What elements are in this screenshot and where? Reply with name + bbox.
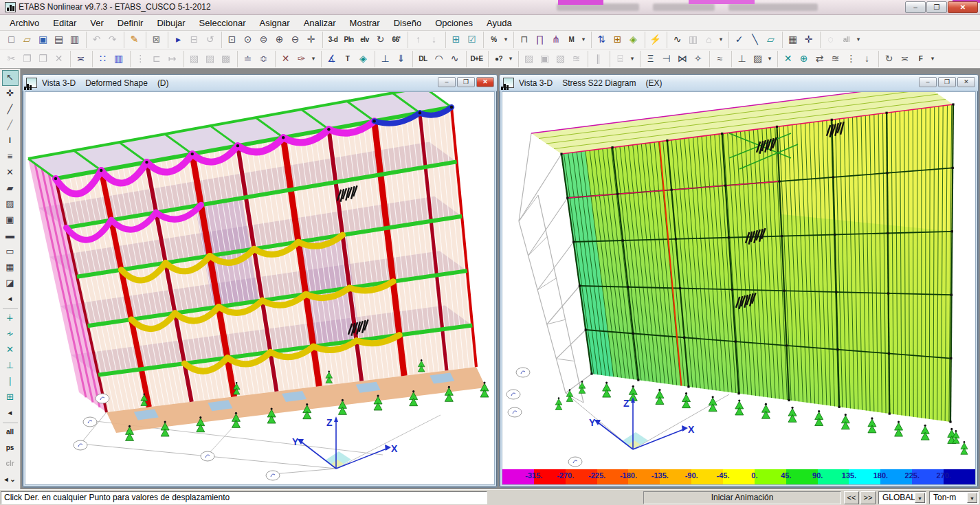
new-model-icon[interactable]: □	[3, 32, 19, 47]
more-arrows-icon[interactable]: ◂ ⌄	[2, 472, 19, 488]
restore-button[interactable]: ❐	[926, 1, 947, 13]
menu-item-mostrar[interactable]: Mostrar	[343, 16, 387, 30]
open-file-icon[interactable]: ▱	[19, 32, 35, 47]
draw-line-object-icon[interactable]: ▬	[2, 228, 19, 244]
dropdown-caret-icon[interactable]: ▼	[915, 493, 925, 503]
run-analysis-icon[interactable]: ⚡	[647, 32, 663, 47]
edit-story-data-icon[interactable]: ▥	[111, 52, 126, 67]
draw-secondary-beam-icon[interactable]: ∏	[532, 32, 548, 47]
clear-display-icon[interactable]: ✕	[278, 52, 293, 67]
previous-step-button[interactable]: <<	[844, 491, 859, 504]
show-member-forces-icon[interactable]: ▥	[685, 32, 701, 47]
draw-area-object-icon[interactable]: ◪	[2, 276, 19, 291]
close-button[interactable]: ✕	[476, 77, 494, 87]
close-button[interactable]: ✕	[957, 77, 975, 87]
align-bottom-icon[interactable]: ≎	[256, 52, 271, 67]
close-button[interactable]: ✕	[948, 1, 978, 13]
span-load-icon[interactable]: ⇓	[393, 52, 409, 67]
rubber-band-zoom-icon[interactable]: ⊡	[224, 32, 240, 47]
menu-item-opciones[interactable]: Opciones	[428, 16, 480, 30]
dropdown-caret-icon[interactable]: ▾	[766, 52, 774, 67]
rotate-view-icon[interactable]: ↻	[372, 32, 388, 47]
paste-icon[interactable]: ❒	[35, 52, 51, 67]
assign-shell-icon[interactable]: ◈	[625, 32, 641, 47]
show-grid-icon[interactable]: ▦	[785, 32, 801, 47]
quick-draw-floor-icon[interactable]: ▦	[2, 260, 19, 276]
model-viewport-stress[interactable]: ZYX -315.-270.-225.-180.-135.-90.-45.0.4…	[502, 91, 976, 485]
undo-icon[interactable]: ↶	[89, 32, 104, 47]
restore-button[interactable]: ❐	[938, 77, 956, 87]
align-top-icon[interactable]: ≐	[240, 52, 256, 67]
quick-draw-brace-icon[interactable]: ✕	[2, 165, 19, 181]
assign-group-icon[interactable]: ⌸	[612, 52, 628, 67]
deselect-icon[interactable]: ◌	[823, 32, 838, 47]
menu-item-archivo[interactable]: Archivo	[3, 16, 46, 30]
snap-fine-grid-icon[interactable]: ⊞	[2, 390, 19, 405]
refresh-window-icon[interactable]: ⊟	[186, 32, 202, 47]
minimize-button[interactable]: –	[905, 1, 926, 13]
menu-item-ayuda[interactable]: Ayuda	[480, 16, 519, 30]
assign-support-icon[interactable]: ⊥	[734, 52, 750, 67]
restore-previous-view-icon[interactable]: ↺	[202, 32, 218, 47]
edit-pencil-icon[interactable]: ✎	[126, 32, 142, 47]
select-by-line-icon[interactable]: ╲	[747, 32, 763, 47]
menu-item-ver[interactable]: Ver	[83, 16, 111, 30]
joint-masses-icon[interactable]: ⋮	[843, 52, 859, 67]
select-pointer-icon[interactable]: ✓	[731, 32, 747, 47]
dropdown-caret-icon[interactable]: ▾	[579, 32, 588, 47]
shrink-objects-icon[interactable]: ⊞	[448, 32, 464, 47]
quick-draw-area-icon[interactable]: ▣	[2, 212, 19, 228]
show-stress-icon[interactable]: ⌂	[701, 32, 717, 47]
disconnect-joints-icon[interactable]: ✕	[780, 52, 796, 67]
menu-item-diseño[interactable]: Diseño	[387, 16, 428, 30]
zoom-in-icon[interactable]: ⊕	[271, 32, 287, 47]
view-3d-icon[interactable]: 3-d	[325, 32, 341, 47]
move-down-story-icon[interactable]: ↓	[426, 32, 442, 47]
draw-wall-icon[interactable]: ▰	[2, 181, 19, 197]
reconnect-joints-icon[interactable]: ⊕	[796, 52, 812, 67]
align-points-icon[interactable]: ⊏	[148, 52, 164, 67]
assign-frame-section-icon[interactable]: ⊞	[610, 32, 625, 47]
select-pointer-icon[interactable]: ↖	[2, 70, 19, 86]
select-by-poly-icon[interactable]: ▱	[763, 32, 779, 47]
view-elevation-icon[interactable]: elv	[357, 32, 372, 47]
edit-grid-data-icon[interactable]: ∷	[95, 52, 111, 67]
object-shrink-percent-icon[interactable]: %	[486, 32, 502, 47]
save-model-icon[interactable]: ▣	[35, 32, 51, 47]
units-dropdown[interactable]: Ton-m ▼	[929, 491, 979, 504]
dropdown-caret-icon[interactable]: ▾	[502, 32, 510, 47]
response-spectrum-icon[interactable]: ◠	[431, 52, 447, 67]
dropdown-caret-icon[interactable]: ▾	[628, 52, 636, 67]
measure-line-icon[interactable]: ≍	[73, 52, 89, 67]
move-up-story-icon[interactable]: ↑	[410, 32, 426, 47]
snap-intersections-icon[interactable]: ✕	[2, 342, 19, 358]
assign-local-axes-icon[interactable]: ⇄	[812, 52, 827, 67]
run-playback-icon[interactable]: ▸	[170, 32, 186, 47]
window-titlebar[interactable]: Vista 3-D Stress S22 Diagram (EX) – ❐ ✕	[500, 75, 978, 91]
dropdown-caret-icon[interactable]: ▾	[928, 52, 937, 67]
minimize-button[interactable]: –	[919, 77, 937, 87]
menu-item-definir[interactable]: Definir	[111, 16, 151, 30]
frame-nonlinear-hinge-icon[interactable]: ≈	[712, 52, 728, 67]
assign-deck-icon[interactable]: ▧	[553, 52, 568, 67]
window-titlebar[interactable]: Vista 3-D Deformed Shape (D) – ❐ ✕	[23, 75, 497, 91]
span-assign-icon[interactable]: ≍	[897, 52, 913, 67]
assign-wall-icon[interactable]: ▨	[521, 52, 537, 67]
load-combo-icon[interactable]: D+E	[469, 52, 485, 67]
coordinate-system-dropdown[interactable]: GLOBAL ▼	[878, 491, 926, 504]
dropdown-caret-icon[interactable]: ▾	[717, 32, 725, 47]
next-step-button[interactable]: >>	[860, 491, 876, 504]
draw-area-region-icon[interactable]: ▭	[2, 244, 19, 260]
snap-ends-midpoints-icon[interactable]: ∻	[2, 326, 19, 342]
select-all-icon[interactable]: all	[838, 32, 854, 47]
joint-springs-icon[interactable]: ≋	[827, 52, 843, 67]
collapse-arrow-icon[interactable]: ◂	[2, 291, 19, 307]
start-animation-button[interactable]: Iniciar Animación	[643, 491, 841, 504]
previous-zoom-icon[interactable]: ⊜	[256, 32, 271, 47]
frame-local-axes-icon[interactable]: ✧	[690, 52, 706, 67]
show-axes-icon[interactable]: ✛	[801, 32, 816, 47]
assign-joint-icon[interactable]: ⇅	[594, 32, 610, 47]
cut-icon[interactable]: ✂	[3, 52, 19, 67]
rotate-assign-icon[interactable]: ↻	[881, 52, 897, 67]
assign-area-stiffness-icon[interactable]: ▨	[750, 52, 766, 67]
